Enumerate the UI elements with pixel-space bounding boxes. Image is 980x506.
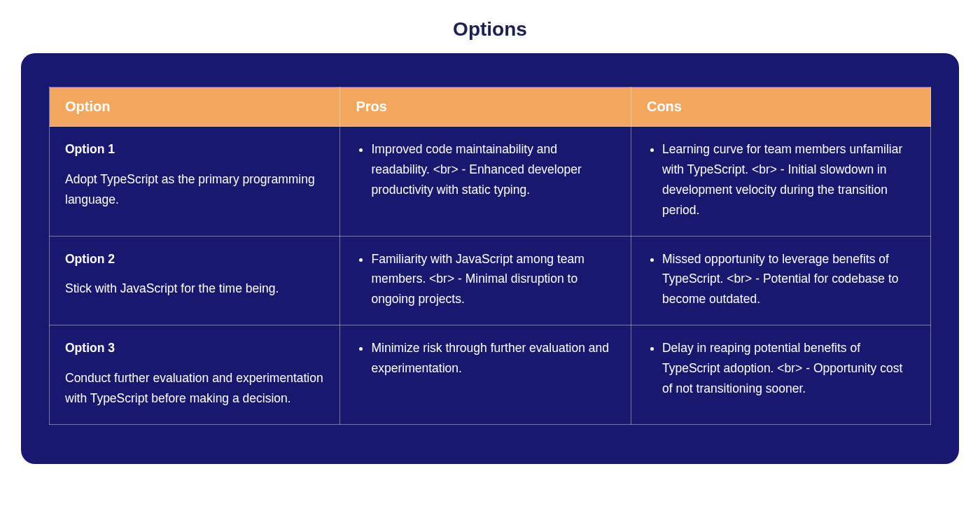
option-cell: Option 1 Adopt TypeScript as the primary… <box>50 127 340 237</box>
option-description: Stick with JavaScript for the time being… <box>65 279 324 299</box>
cons-cell: Missed opportunity to leverage benefits … <box>631 236 930 325</box>
options-table: Option Pros Cons Option 1 Adopt TypeScri… <box>49 87 931 425</box>
page: Options Option Pros Cons Option 1 Ado <box>0 0 980 485</box>
list-item: Delay in reaping potential benefits of T… <box>662 338 915 399</box>
page-title: Options <box>21 18 959 41</box>
header-pros: Pros <box>340 87 631 127</box>
pros-cell: Familiarity with JavaScript among team m… <box>340 236 631 325</box>
list-item: Missed opportunity to leverage benefits … <box>662 249 915 310</box>
option-description: Conduct further evaluation and experimen… <box>65 368 324 409</box>
pros-list: Minimize risk through further evaluation… <box>356 338 615 379</box>
list-item: Learning curve for team members unfamili… <box>662 139 915 220</box>
cons-list: Missed opportunity to leverage benefits … <box>647 249 915 310</box>
header-cons: Cons <box>631 87 930 127</box>
pros-list: Improved code maintainability and readab… <box>356 139 615 200</box>
pros-cell: Minimize risk through further evaluation… <box>340 325 631 425</box>
option-cell: Option 3 Conduct further evaluation and … <box>50 325 340 425</box>
pros-list: Familiarity with JavaScript among team m… <box>356 249 615 310</box>
option-title: Option 3 <box>65 338 324 358</box>
cons-list: Learning curve for team members unfamili… <box>647 139 915 220</box>
option-title: Option 1 <box>65 139 324 160</box>
header-option: Option <box>50 87 340 127</box>
cons-cell: Learning curve for team members unfamili… <box>631 127 930 237</box>
option-description: Adopt TypeScript as the primary programm… <box>65 169 324 210</box>
list-item: Improved code maintainability and readab… <box>371 139 615 200</box>
options-panel: Option Pros Cons Option 1 Adopt TypeScri… <box>21 53 959 464</box>
table-header-row: Option Pros Cons <box>50 87 931 127</box>
table-row: Option 3 Conduct further evaluation and … <box>50 325 931 425</box>
table-row: Option 1 Adopt TypeScript as the primary… <box>50 127 931 237</box>
cons-cell: Delay in reaping potential benefits of T… <box>631 325 930 425</box>
list-item: Minimize risk through further evaluation… <box>371 338 615 379</box>
cons-list: Delay in reaping potential benefits of T… <box>647 338 915 399</box>
list-item: Familiarity with JavaScript among team m… <box>371 249 615 310</box>
table-row: Option 2 Stick with JavaScript for the t… <box>50 236 931 325</box>
option-title: Option 2 <box>65 249 324 269</box>
pros-cell: Improved code maintainability and readab… <box>340 127 631 237</box>
option-cell: Option 2 Stick with JavaScript for the t… <box>50 236 340 325</box>
